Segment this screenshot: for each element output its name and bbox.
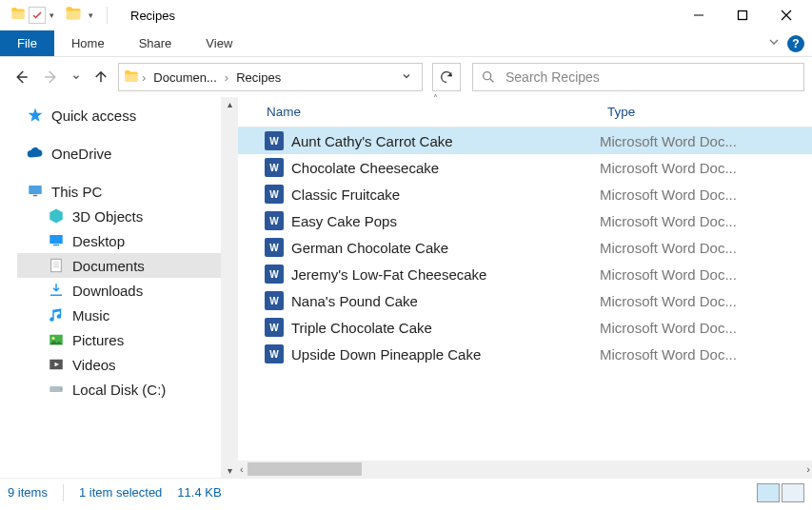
word-doc-icon: W — [265, 131, 284, 150]
file-name: Triple Chocolate Cake — [291, 320, 600, 336]
back-button[interactable] — [8, 64, 34, 90]
sidebar-item-label: Videos — [72, 357, 116, 373]
navigation-pane: Quick access OneDrive This PC 3D Objects… — [0, 97, 238, 478]
address-history-icon[interactable] — [395, 70, 418, 85]
cloud-icon — [27, 145, 44, 162]
file-row[interactable]: WJeremy's Low-Fat CheesecakeMicrosoft Wo… — [238, 261, 812, 287]
sidebar-item-local-disk-c-[interactable]: Local Disk (C:) — [17, 377, 238, 402]
file-row[interactable]: WTriple Chocolate CakeMicrosoft Word Doc… — [238, 314, 812, 341]
sort-indicator-icon: ˄ — [433, 93, 438, 104]
status-count: 9 items — [8, 485, 63, 500]
monitor-icon — [27, 183, 44, 200]
close-button[interactable] — [764, 0, 808, 30]
sidebar-item-label: Documents — [72, 258, 145, 274]
sidebar-item-documents[interactable]: Documents — [17, 253, 238, 278]
title-bar: ▾ ▾ Recipes — [0, 0, 812, 30]
tab-home[interactable]: Home — [54, 30, 122, 56]
search-input[interactable]: Search Recipes — [472, 63, 804, 91]
refresh-button[interactable] — [432, 63, 461, 91]
quick-access-toolbar: ▾ ▾ — [4, 4, 115, 27]
folder-type-icon — [48, 282, 65, 299]
sidebar-item-music[interactable]: Music — [17, 303, 238, 327]
word-doc-icon: W — [265, 211, 284, 230]
file-name: Classic Fruitcake — [291, 186, 600, 203]
minimize-button[interactable] — [677, 0, 721, 30]
search-icon — [481, 69, 496, 85]
qat-item[interactable] — [29, 7, 46, 24]
word-doc-icon: W — [265, 318, 284, 337]
file-row[interactable]: WAunt Cathy's Carrot CakeMicrosoft Word … — [238, 128, 812, 154]
tab-view[interactable]: View — [188, 30, 249, 56]
sidebar-item-desktop[interactable]: Desktop — [17, 228, 238, 253]
svg-rect-5 — [53, 245, 59, 246]
sidebar-item-label: Desktop — [72, 233, 125, 249]
chevron-right-icon[interactable]: › — [140, 70, 148, 85]
scroll-down-icon[interactable]: ▾ — [228, 465, 232, 476]
file-row[interactable]: WChocolate CheesecakeMicrosoft Word Doc.… — [238, 154, 812, 181]
folder-type-icon — [48, 381, 65, 398]
forward-button[interactable] — [38, 64, 65, 90]
ribbon: File Home Share View ? — [0, 30, 812, 57]
sidebar-scrollbar[interactable]: ▴ ▾ — [221, 97, 238, 478]
file-type: Microsoft Word Doc... — [600, 240, 737, 256]
file-name: German Chocolate Cake — [291, 240, 600, 256]
maximize-button[interactable] — [721, 0, 764, 30]
folder-icon — [123, 68, 140, 88]
file-name: Chocolate Cheesecake — [291, 160, 600, 176]
svg-rect-4 — [50, 235, 63, 244]
file-list: WAunt Cathy's Carrot CakeMicrosoft Word … — [238, 128, 812, 461]
help-button[interactable]: ? — [787, 35, 804, 52]
address-bar[interactable]: › Documen... › Recipes — [118, 63, 423, 91]
file-row[interactable]: WNana's Pound CakeMicrosoft Word Doc... — [238, 287, 812, 314]
column-type[interactable]: Type — [600, 105, 812, 119]
recent-locations-button[interactable] — [69, 64, 84, 90]
scroll-right-icon[interactable]: › — [806, 463, 810, 475]
sidebar-item-videos[interactable]: Videos — [17, 352, 238, 377]
file-tab[interactable]: File — [0, 30, 54, 56]
sidebar-item-3d-objects[interactable]: 3D Objects — [17, 204, 238, 228]
file-row[interactable]: WClassic FruitcakeMicrosoft Word Doc... — [238, 181, 812, 207]
sidebar-item-downloads[interactable]: Downloads — [17, 278, 238, 303]
breadcrumb-recipes[interactable]: Recipes — [230, 70, 287, 85]
folder-icon — [64, 4, 83, 27]
breadcrumb-documents[interactable]: Documen... — [148, 70, 222, 85]
scroll-left-icon[interactable]: ‹ — [240, 463, 244, 475]
status-bar: 9 items 1 item selected 11.4 KB — [0, 478, 812, 506]
sidebar-item-pictures[interactable]: Pictures — [17, 327, 238, 352]
column-name[interactable]: Name — [238, 105, 600, 119]
file-row[interactable]: WUpside Down Pineapple CakeMicrosoft Wor… — [238, 341, 812, 367]
folder-type-icon — [48, 232, 65, 249]
folder-type-icon — [48, 257, 65, 274]
folder-type-icon — [48, 306, 65, 324]
sidebar-onedrive[interactable]: OneDrive — [17, 141, 238, 166]
file-type: Microsoft Word Doc... — [600, 213, 737, 229]
qat-dropdown-icon[interactable]: ▾ — [48, 10, 56, 20]
horizontal-scrollbar[interactable]: ‹ › — [238, 461, 812, 478]
word-doc-icon: W — [265, 158, 284, 177]
file-type: Microsoft Word Doc... — [600, 346, 737, 363]
sidebar-quick-access[interactable]: Quick access — [17, 103, 238, 128]
file-row[interactable]: WEasy Cake PopsMicrosoft Word Doc... — [238, 207, 812, 234]
details-view-button[interactable] — [757, 483, 780, 502]
scrollbar-thumb[interactable] — [248, 462, 362, 476]
file-name: Jeremy's Low-Fat Cheesecake — [291, 266, 600, 283]
tab-share[interactable]: Share — [122, 30, 189, 56]
file-row[interactable]: WGerman Chocolate CakeMicrosoft Word Doc… — [238, 234, 812, 261]
up-button[interactable] — [88, 64, 114, 90]
svg-rect-0 — [739, 11, 747, 20]
sidebar-item-label: Pictures — [72, 332, 124, 348]
file-name: Aunt Cathy's Carrot Cake — [291, 133, 600, 149]
svg-rect-3 — [33, 195, 38, 197]
svg-point-1 — [484, 72, 491, 80]
folder-type-icon — [48, 331, 65, 348]
word-doc-icon: W — [265, 238, 284, 257]
sidebar-this-pc[interactable]: This PC — [17, 179, 238, 204]
large-icons-view-button[interactable] — [782, 483, 804, 502]
file-type: Microsoft Word Doc... — [600, 266, 737, 283]
qat-overflow-icon[interactable]: ▾ — [85, 10, 97, 20]
file-pane: ˄ Name Type WAunt Cathy's Carrot CakeMic… — [238, 97, 812, 478]
search-placeholder: Search Recipes — [505, 69, 600, 85]
chevron-right-icon[interactable]: › — [223, 70, 230, 85]
scroll-up-icon[interactable]: ▴ — [228, 99, 232, 109]
ribbon-collapse-icon[interactable] — [766, 34, 782, 53]
